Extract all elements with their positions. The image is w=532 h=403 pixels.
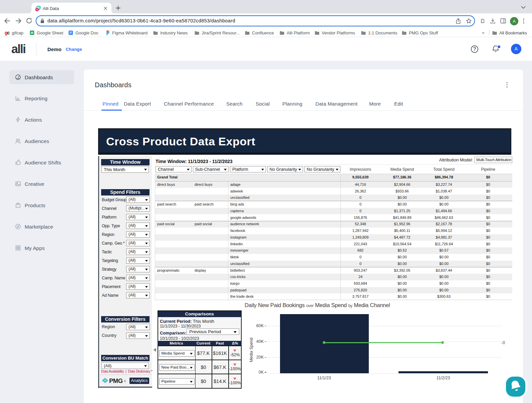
svg-text:5: 5: [36, 8, 38, 11]
